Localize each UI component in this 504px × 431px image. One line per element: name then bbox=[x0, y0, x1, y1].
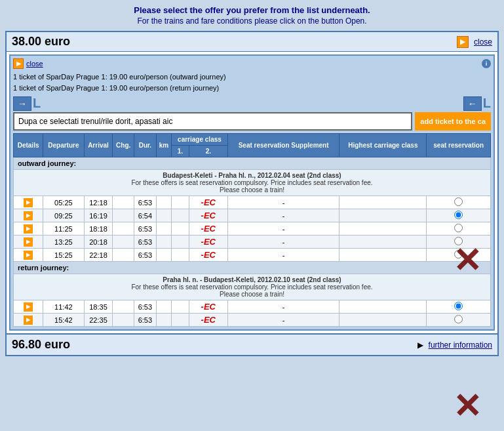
km-val bbox=[156, 196, 171, 209]
open-icon[interactable]: ▶ bbox=[457, 36, 469, 48]
dur-val: 6:53 bbox=[134, 300, 156, 314]
ec-logo: -EC bbox=[189, 222, 227, 236]
close-button-top[interactable]: close bbox=[474, 37, 492, 47]
ec-logo: -EC bbox=[189, 300, 227, 314]
km-val bbox=[156, 300, 171, 314]
table-row: ▶ 11:25 18:18 6:53 -EC - bbox=[14, 222, 491, 236]
seat-sup: - bbox=[227, 236, 339, 249]
seat-radio-cell[interactable] bbox=[427, 209, 491, 222]
th-details: Details bbox=[14, 134, 43, 157]
chg-val bbox=[113, 249, 134, 262]
arrival-time: 22:35 bbox=[84, 314, 113, 327]
outward-radio[interactable] bbox=[454, 224, 463, 232]
search-row: add ticket to the ca bbox=[13, 112, 491, 131]
th-class2: 2. bbox=[189, 146, 227, 157]
info-icon-1[interactable]: i bbox=[482, 59, 491, 68]
arrival-time: 20:18 bbox=[84, 236, 113, 249]
x-mark-return: ✕ bbox=[453, 389, 482, 423]
outward-radio[interactable] bbox=[454, 197, 463, 206]
seat-radio-cell[interactable] bbox=[427, 236, 491, 249]
row-open-icon[interactable]: ▶ bbox=[24, 224, 33, 234]
highest-val bbox=[339, 222, 427, 236]
departure-time: 05:25 bbox=[43, 196, 84, 209]
row-open-icon[interactable]: ▶ bbox=[24, 251, 33, 260]
departure-time: 15:25 bbox=[43, 249, 84, 262]
inner-open-icon[interactable]: ▶ bbox=[13, 58, 24, 69]
class1-val bbox=[172, 196, 189, 209]
departure-time: 11:42 bbox=[43, 300, 84, 314]
right-nav: ← L bbox=[463, 96, 491, 111]
inner-close-btn[interactable]: close bbox=[26, 60, 43, 68]
table-row: ▶ 05:25 12:18 6:53 -EC - bbox=[14, 196, 491, 209]
departure-time: 11:25 bbox=[43, 222, 84, 236]
return-info-row: Praha hl. n. - Budapest-Keleti, 2012.02.… bbox=[14, 274, 491, 300]
left-arrow-btn[interactable]: → bbox=[13, 96, 31, 111]
outward-radio[interactable] bbox=[454, 237, 463, 245]
seat-radio-cell[interactable] bbox=[427, 249, 491, 262]
row-open-icon[interactable]: ▶ bbox=[24, 302, 33, 312]
seat-radio-cell[interactable] bbox=[427, 314, 491, 327]
km-val bbox=[156, 236, 171, 249]
class1-val bbox=[172, 236, 189, 249]
chg-val bbox=[113, 300, 134, 314]
headline: Please select the offer you prefer from … bbox=[7, 5, 497, 15]
class1-val bbox=[172, 209, 189, 222]
table-row: ▶ 15:25 22:18 6:53 -EC - bbox=[14, 249, 491, 262]
highest-val bbox=[339, 300, 427, 314]
return-radio[interactable] bbox=[454, 315, 463, 323]
arrival-time: 12:18 bbox=[84, 196, 113, 209]
class1-val bbox=[172, 314, 189, 327]
table-row: ▶ 11:42 18:35 6:53 -EC - bbox=[14, 300, 491, 314]
outward-radio[interactable] bbox=[454, 250, 463, 258]
km-val bbox=[156, 209, 171, 222]
bottom-open-icon[interactable]: ▶ bbox=[417, 340, 423, 350]
departure-time: 09:25 bbox=[43, 209, 84, 222]
main-price: 38.00 euro bbox=[12, 35, 452, 49]
row-open-icon[interactable]: ▶ bbox=[24, 211, 33, 220]
chg-val bbox=[113, 236, 134, 249]
chg-val bbox=[113, 222, 134, 236]
search-input[interactable] bbox=[13, 112, 412, 131]
train-table-wrapper: Details Departure Arrival Chg. Dur. km c… bbox=[13, 133, 491, 327]
row-open-icon[interactable]: ▶ bbox=[24, 316, 33, 325]
chg-val bbox=[113, 196, 134, 209]
dur-val: 6:53 bbox=[134, 236, 156, 249]
left-nav: → L bbox=[13, 96, 41, 111]
main-container: 38.00 euro ▶ close ▶ close i 1 ticket of… bbox=[5, 31, 499, 356]
dur-val: 6:53 bbox=[134, 222, 156, 236]
row-open-icon[interactable]: ▶ bbox=[24, 198, 33, 207]
seat-radio-cell[interactable] bbox=[427, 196, 491, 209]
highest-val bbox=[339, 314, 427, 327]
arrival-time: 18:18 bbox=[84, 222, 113, 236]
seat-sup: - bbox=[227, 196, 339, 209]
dur-val: 6:54 bbox=[134, 209, 156, 222]
ec-logo: -EC bbox=[189, 196, 227, 209]
highest-val bbox=[339, 196, 427, 209]
th-km: km bbox=[156, 134, 171, 157]
train-table: Details Departure Arrival Chg. Dur. km c… bbox=[13, 133, 491, 327]
seat-radio-cell[interactable] bbox=[427, 222, 491, 236]
return-radio-selected[interactable] bbox=[454, 302, 463, 310]
seat-radio-cell[interactable] bbox=[427, 300, 491, 314]
ec-logo: -EC bbox=[189, 236, 227, 249]
km-val bbox=[156, 249, 171, 262]
arrival-time: 16:19 bbox=[84, 209, 113, 222]
seat-sup: - bbox=[227, 314, 339, 327]
chg-val bbox=[113, 209, 134, 222]
class1-val bbox=[172, 300, 189, 314]
outward-info-row: Budapest-Keleti - Praha hl. n., 2012.02.… bbox=[14, 170, 491, 196]
table-row: ▶ 15:42 22:35 6:53 -EC - bbox=[14, 314, 491, 327]
further-info-button[interactable]: further information bbox=[429, 340, 492, 350]
row-open-icon[interactable]: ▶ bbox=[24, 237, 33, 247]
ticket-info-1: 1 ticket of SparDay Prague 1: 19.00 euro… bbox=[13, 72, 491, 93]
bottom-bar: 96.80 euro ▶ further information bbox=[7, 333, 497, 355]
outward-radio-selected[interactable] bbox=[454, 211, 463, 219]
right-arrow-btn[interactable]: ← bbox=[463, 96, 482, 111]
arrival-time: 22:18 bbox=[84, 249, 113, 262]
chg-val bbox=[113, 314, 134, 327]
price-bar: 38.00 euro ▶ close bbox=[7, 32, 497, 52]
dur-val: 6:53 bbox=[134, 314, 156, 327]
departure-time: 13:25 bbox=[43, 236, 84, 249]
th-seat-res: Seat reservation Supplement bbox=[227, 134, 339, 157]
add-ticket-button[interactable]: add ticket to the ca bbox=[415, 112, 491, 131]
